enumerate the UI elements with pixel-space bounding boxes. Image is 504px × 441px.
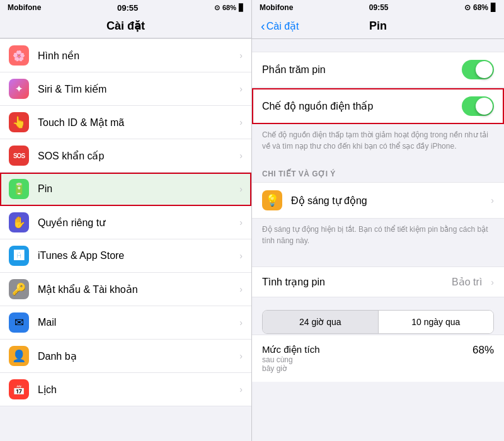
battery-percentage: 68% — [472, 344, 494, 357]
phantram-toggle[interactable] — [462, 60, 494, 79]
hinh-nen-label: Hình nền — [38, 50, 234, 62]
dosang-row[interactable]: 💡 Độ sáng tự động › — [252, 182, 504, 219]
mail-label: Mail — [38, 317, 234, 328]
left-title: Cài đặt — [0, 19, 251, 33]
pin-label: Pin — [38, 183, 234, 195]
battery-title: Mức điện tích — [262, 344, 320, 355]
chedo-toggle[interactable] — [462, 96, 494, 116]
battery-detail-row: Mức điện tích sau cùng bây giờ 68% — [252, 335, 504, 382]
battery-icon: ▊ — [239, 4, 244, 12]
mail-icon: ✉ — [9, 312, 29, 333]
settings-section-main: 🌸 Hình nền › ✦ Siri & Tìm kiếm › 👆 Touch… — [0, 38, 251, 406]
touch-id-label: Touch ID & Mật mã — [38, 117, 234, 129]
danh-ba-icon: 👤 — [9, 346, 29, 366]
tinhtrang-label: Tình trạng pin — [262, 276, 452, 288]
chedo-label: Chế độ nguồn điện thấp — [262, 100, 462, 112]
back-label: Cài đặt — [266, 20, 299, 32]
quyen-label: Quyền riêng tư — [38, 217, 234, 229]
settings-item-mail[interactable]: ✉ Mail › — [0, 306, 251, 340]
settings-item-mat-khau[interactable]: 🔑 Mật khẩu & Tài khoản › — [0, 273, 251, 306]
right-battery-icon: ▊ — [491, 3, 496, 12]
dosang-label: Độ sáng tự động — [291, 195, 486, 207]
chevron-icon: › — [239, 50, 243, 60]
section-header-chitiết: CHI TIẾT VÀ GỢI Ý — [252, 159, 504, 182]
settings-item-quyen-rieng-tu[interactable]: ✋ Quyền riêng tư › — [0, 206, 251, 239]
lich-label: Lịch — [38, 384, 234, 396]
chevron-icon: › — [239, 384, 243, 394]
chevron-icon: › — [239, 251, 243, 261]
left-time: 09:55 — [117, 3, 138, 13]
settings-item-siri[interactable]: ✦ Siri & Tìm kiếm › — [0, 72, 251, 106]
battery-subtitle2: bây giờ — [262, 364, 320, 373]
left-nav-bar: Cài đặt — [0, 15, 251, 38]
chevron-icon: › — [239, 151, 243, 161]
right-nav-bar: ‹ Cài đặt Pin — [252, 15, 504, 39]
chevron-icon: › — [239, 318, 243, 328]
settings-item-lich[interactable]: 📅 Lịch › — [0, 373, 251, 406]
chevron-icon: › — [239, 84, 243, 94]
back-button[interactable]: ‹ Cài đặt — [261, 19, 299, 33]
itunes-icon: 🅰 — [9, 246, 29, 266]
chevron-icon: › — [239, 217, 243, 227]
danh-ba-label: Danh bạ — [38, 350, 234, 362]
chedo-row[interactable]: Chế độ nguồn điện thấp — [252, 88, 504, 124]
siri-icon: ✦ — [9, 79, 29, 99]
tinhtrang-row[interactable]: Tình trạng pin Bảo trì › — [252, 266, 504, 297]
tab-10d[interactable]: 10 ngày qua — [379, 311, 494, 333]
settings-item-sos[interactable]: SOS SOS khẩn cấp › — [0, 139, 251, 173]
phantram-section: Phần trăm pin — [252, 52, 504, 88]
left-status-bar: Mobifone 09:55 ⊙ 68% ▊ — [0, 0, 251, 15]
time-tabs: 24 giờ qua 10 ngày qua — [262, 310, 494, 334]
settings-item-hinh-nen[interactable]: 🌸 Hình nền › — [0, 38, 251, 72]
itunes-label: iTunes & App Store — [38, 250, 234, 261]
right-status-bar: Mobifone 09:55 ⊙ 68% ▊ — [252, 0, 504, 15]
chevron-icon: › — [239, 351, 243, 361]
chevron-icon: › — [239, 284, 243, 294]
chedo-section: Chế độ nguồn điện thấp Chế độ nguồn điện… — [252, 88, 504, 159]
dosang-chevron-icon: › — [491, 195, 494, 205]
phantram-row[interactable]: Phần trăm pin — [252, 52, 504, 88]
battery-title-group: Mức điện tích sau cùng bây giờ — [262, 344, 320, 373]
location-icon: ⊙ — [214, 4, 220, 12]
right-panel: Mobifone 09:55 ⊙ 68% ▊ ‹ Cài đặt Pin Phầ… — [252, 0, 504, 441]
right-time: 09:55 — [369, 3, 389, 12]
battery-subtitle: sau cùng — [262, 355, 320, 364]
right-content: Phần trăm pin Chế độ nguồn điện thấp Chế… — [252, 39, 504, 441]
settings-item-pin[interactable]: 🔋 Pin › — [0, 173, 251, 206]
settings-item-danh-ba[interactable]: 👤 Danh bạ › — [0, 340, 251, 373]
left-status-icons: ⊙ 68% ▊ — [214, 4, 244, 12]
chevron-icon: › — [239, 184, 243, 194]
battery-text: 68% — [222, 4, 236, 11]
tinhtrang-value: Bảo trì — [452, 276, 482, 288]
pin-icon: 🔋 — [9, 179, 29, 199]
mat-khau-label: Mật khẩu & Tài khoản — [38, 284, 234, 295]
hinh-nen-icon: 🌸 — [9, 45, 29, 66]
touch-id-icon: 👆 — [9, 112, 29, 132]
right-battery-text: 68% — [473, 3, 488, 12]
mat-khau-icon: 🔑 — [9, 279, 29, 299]
chevron-icon: › — [239, 117, 243, 127]
quyen-icon: ✋ — [9, 212, 29, 232]
tinhtrang-chevron-icon: › — [491, 277, 494, 287]
settings-item-touch-id[interactable]: 👆 Touch ID & Mật mã › — [0, 106, 251, 139]
sos-icon: SOS — [9, 146, 29, 166]
right-location-icon: ⊙ — [464, 3, 471, 12]
right-carrier: Mobifone — [260, 3, 293, 12]
left-carrier: Mobifone — [8, 3, 41, 12]
dosang-icon: 💡 — [262, 190, 282, 210]
back-chevron-icon: ‹ — [261, 19, 265, 33]
chedo-description: Chế độ nguồn điện thấp tạm thời giảm hoạ… — [252, 124, 504, 159]
dosang-description: Độ sáng tự động hiện bị tắt. Bạn có thể … — [252, 219, 504, 254]
phantram-label: Phần trăm pin — [262, 64, 462, 76]
right-title: Pin — [369, 20, 387, 33]
left-panel: Mobifone 09:55 ⊙ 68% ▊ Cài đặt 🌸 Hình nề… — [0, 0, 252, 441]
right-status-icons: ⊙ 68% ▊ — [464, 3, 496, 12]
settings-item-itunes[interactable]: 🅰 iTunes & App Store › — [0, 239, 251, 273]
settings-list: 🌸 Hình nền › ✦ Siri & Tìm kiếm › 👆 Touch… — [0, 38, 251, 441]
tab-24h[interactable]: 24 giờ qua — [263, 311, 379, 333]
siri-label: Siri & Tìm kiếm — [38, 83, 234, 95]
sos-label: SOS khẩn cấp — [38, 150, 234, 162]
lich-icon: 📅 — [9, 379, 29, 399]
